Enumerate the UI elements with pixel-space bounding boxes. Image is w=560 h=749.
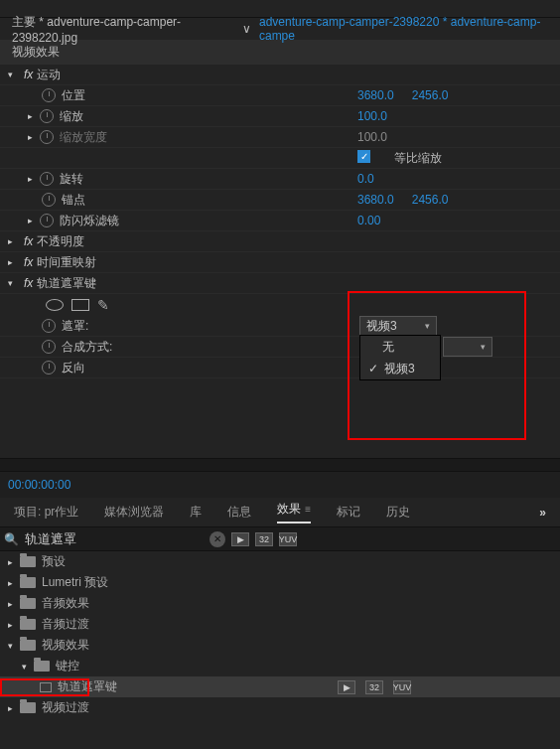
twirl-closed-icon[interactable]: ▸ xyxy=(28,132,40,142)
prop-scale: ▸ 缩放 100.0 xyxy=(0,106,560,127)
folder-icon xyxy=(34,661,50,672)
rotation-value[interactable]: 0.0 xyxy=(357,172,374,186)
stopwatch-icon[interactable] xyxy=(40,130,54,144)
folder-lumetri[interactable]: ▸Lumetri 预设 xyxy=(0,572,560,593)
twirl-closed-icon[interactable]: ▸ xyxy=(28,174,40,184)
stopwatch-icon[interactable] xyxy=(42,319,56,333)
chevron-down-icon[interactable]: ∨ xyxy=(242,22,251,36)
tab-project[interactable]: 项目: pr作业 xyxy=(14,504,78,521)
tab-info[interactable]: 信息 xyxy=(227,504,251,521)
matte-option-video3[interactable]: 视频3 xyxy=(360,358,440,379)
stopwatch-icon[interactable] xyxy=(40,172,54,186)
tab-markers[interactable]: 标记 xyxy=(337,504,360,521)
scale-width-value: 100.0 xyxy=(357,130,387,144)
stopwatch-icon[interactable] xyxy=(40,214,54,227)
twirl-closed-icon[interactable]: ▸ xyxy=(8,257,20,267)
sequence-link[interactable]: adventure-camp-camper-2398220 * adventur… xyxy=(259,15,560,43)
folder-icon xyxy=(20,598,36,609)
fx-badge-icon[interactable]: fx xyxy=(24,234,33,248)
mask-shape-tools: ✎ xyxy=(0,294,560,316)
prop-composite: 合成方式: ▾ xyxy=(0,337,560,358)
source-name: 主要 * adventure-camp-camper-2398220.jpg xyxy=(12,14,234,45)
tab-history[interactable]: 历史 xyxy=(386,504,410,521)
twirl-closed-icon[interactable]: ▸ xyxy=(8,236,20,246)
fx-badge-icon[interactable]: fx xyxy=(24,276,33,290)
prop-rotation: ▸ 旋转 0.0 xyxy=(0,169,560,190)
prop-flicker: ▸ 防闪烁滤镜 0.00 xyxy=(0,211,560,231)
prop-position: 位置 3680.0 2456.0 xyxy=(0,85,560,106)
folder-video-transitions[interactable]: ▸视频过渡 xyxy=(0,697,560,718)
matte-option-none[interactable]: 无 xyxy=(360,336,440,358)
tab-media-browser[interactable]: 媒体浏览器 xyxy=(104,504,164,521)
twirl-closed-icon[interactable]: ▸ xyxy=(28,216,40,225)
tab-library[interactable]: 库 xyxy=(190,504,202,521)
folder-icon xyxy=(20,702,36,713)
clear-search-button[interactable]: ✕ xyxy=(210,531,225,547)
twirl-open-icon[interactable]: ▾ xyxy=(8,278,20,288)
matte-dropdown-menu: 无 视频3 xyxy=(359,335,441,380)
search-icon: 🔍 xyxy=(4,532,19,546)
pen-mask-icon[interactable]: ✎ xyxy=(97,297,109,313)
stopwatch-icon[interactable] xyxy=(42,193,56,207)
effect-opacity[interactable]: ▸ fx 不透明度 xyxy=(0,231,560,252)
32bit-badge-icon: 32 xyxy=(365,680,383,694)
prop-anchor: 锚点 3680.0 2456.0 xyxy=(0,190,560,211)
matte-dropdown[interactable]: 视频3 ▾ xyxy=(359,316,437,336)
accel-badge-icon: ▶ xyxy=(338,680,355,694)
twirl-open-icon[interactable]: ▾ xyxy=(8,70,20,79)
32bit-badge-icon[interactable]: 32 xyxy=(255,532,273,546)
fx-badge-icon[interactable]: fx xyxy=(24,68,33,81)
prop-uniform-scale: ✓ 等比缩放 xyxy=(0,148,560,169)
effects-search-row: 🔍 ✕ ▶ 32 YUV xyxy=(0,527,560,551)
folder-icon xyxy=(20,640,36,651)
chevron-down-icon: ▾ xyxy=(481,342,486,352)
lower-tab-bar: 项目: pr作业 媒体浏览器 库 信息 效果≡ 标记 历史 » xyxy=(0,498,560,527)
effect-motion[interactable]: ▾ fx 运动 xyxy=(0,65,560,85)
ellipse-mask-icon[interactable] xyxy=(46,299,64,311)
effects-search-input[interactable] xyxy=(25,529,204,549)
folder-keying[interactable]: ▾键控 xyxy=(0,656,560,676)
folder-video-fx[interactable]: ▾视频效果 xyxy=(0,635,560,656)
folder-icon xyxy=(20,577,36,588)
prop-reverse: 反向 xyxy=(0,358,560,378)
chevron-down-icon: ▾ xyxy=(425,321,430,331)
folder-audio-fx[interactable]: ▸音频效果 xyxy=(0,593,560,614)
flicker-value[interactable]: 0.00 xyxy=(357,214,380,227)
twirl-closed-icon[interactable]: ▸ xyxy=(28,111,40,121)
scale-value[interactable]: 100.0 xyxy=(357,109,387,123)
prop-scale-width: ▸ 缩放宽度 100.0 xyxy=(0,127,560,148)
uniform-checkbox[interactable]: ✓ xyxy=(357,150,370,163)
folder-icon xyxy=(20,619,36,630)
rect-mask-icon[interactable] xyxy=(71,299,89,311)
source-breadcrumb: 主要 * adventure-camp-camper-2398220.jpg ∨… xyxy=(0,18,560,40)
anchor-x[interactable]: 3680.0 xyxy=(357,193,394,207)
stopwatch-icon[interactable] xyxy=(42,88,56,102)
folder-audio-transitions[interactable]: ▸音频过渡 xyxy=(0,614,560,635)
position-x[interactable]: 3680.0 xyxy=(357,88,394,102)
position-y[interactable]: 2456.0 xyxy=(412,88,449,102)
effect-item-track-matte[interactable]: 轨道遮罩键 ▶ 32 YUV xyxy=(0,676,560,697)
stopwatch-icon[interactable] xyxy=(42,361,56,374)
effect-time-remap[interactable]: ▸ fx 时间重映射 xyxy=(0,252,560,273)
folder-presets[interactable]: ▸预设 xyxy=(0,551,560,572)
timecode[interactable]: 00:00:00:00 xyxy=(0,472,560,498)
effect-track-matte[interactable]: ▾ fx 轨道遮罩键 xyxy=(0,273,560,294)
overflow-icon[interactable]: » xyxy=(539,506,546,520)
prop-matte: 遮罩: 视频3 ▾ xyxy=(0,316,560,337)
stopwatch-icon[interactable] xyxy=(40,109,54,123)
accel-badge-icon[interactable]: ▶ xyxy=(231,532,249,546)
yuv-badge-icon[interactable]: YUV xyxy=(279,532,297,546)
anchor-y[interactable]: 2456.0 xyxy=(412,193,449,207)
composite-dropdown[interactable]: ▾ xyxy=(443,337,492,357)
stopwatch-icon[interactable] xyxy=(42,340,56,354)
tab-effects[interactable]: 效果≡ xyxy=(277,501,311,524)
folder-icon xyxy=(20,556,36,567)
panel-menu-icon[interactable]: ≡ xyxy=(305,504,311,515)
fx-badge-icon[interactable]: fx xyxy=(24,255,33,269)
yuv-badge-icon: YUV xyxy=(393,680,411,694)
effect-icon xyxy=(40,682,52,692)
